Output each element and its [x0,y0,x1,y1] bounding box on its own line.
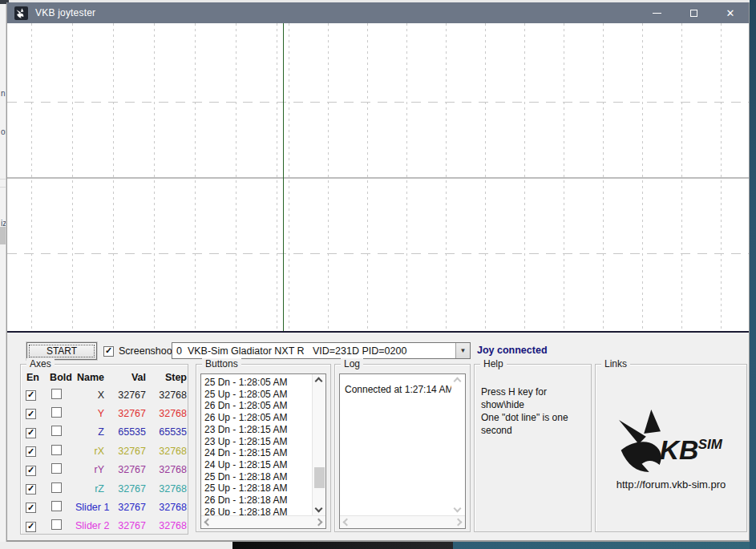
current-time-marker [283,23,284,331]
device-selected-value: 0 VKB-Sim Gladiator NXT R VID=231D PID=0… [172,345,455,357]
scroll-down-icon[interactable] [454,505,462,513]
axis-step: 32768 [146,520,187,531]
scrollbar-thumb[interactable] [314,467,325,488]
help-line: One "dot line" is one second [481,411,591,437]
button-event-item[interactable]: 25 Dn - 1:28:18 AM [204,471,312,483]
axis-step: 32768 [146,390,187,401]
axes-groupbox: Axes En Bold Name Val Step X3276732768Y3… [20,364,188,535]
background-text-fragment: n [1,89,6,98]
start-button[interactable]: START [26,342,97,360]
screenshot-option: Screenshoot [103,345,175,357]
screenshot-checkbox[interactable] [103,346,114,357]
screenshot-label: Screenshoot [119,345,175,357]
scroll-up-icon[interactable] [315,377,323,386]
chevron-down-icon[interactable]: ▼ [455,343,470,358]
axes-row: rZ3276732768 [21,479,188,498]
axis-enable-checkbox[interactable] [21,446,46,458]
axis-bold-checkbox[interactable] [46,445,75,458]
desktop-background-right [750,0,756,549]
axis-value: 32767 [104,408,146,419]
axis-name: Y [75,408,104,419]
axis-enable-checkbox[interactable] [21,520,46,532]
axis-value: 32767 [104,446,146,457]
axis-bold-checkbox[interactable] [46,463,75,476]
axis-name: Slider 2 [75,520,104,531]
minimize-icon [653,13,661,14]
axis-name: Slider 1 [75,502,104,513]
scroll-right-icon[interactable] [315,519,323,527]
status-badge: Joy connected [477,345,548,356]
log-horizontal-scrollbar[interactable] [340,515,465,528]
axes-row: rX3276732768 [21,442,188,460]
buttons-groupbox: Buttons 25 Dn - 1:28:05 AM25 Up - 1:28:0… [196,364,331,532]
scroll-right-icon[interactable] [455,519,463,527]
axis-center-line [7,177,749,179]
log-groupbox: Log Connected at 1:27:14 AM [334,364,471,532]
buttons-listbox[interactable]: 25 Dn - 1:28:05 AM25 Up - 1:28:05 AM26 D… [200,373,326,529]
scroll-up-icon[interactable] [454,377,462,386]
background-window-sliver: n or iz [0,4,6,542]
axes-groupbox-title: Axes [26,358,55,369]
buttons-horizontal-scrollbar[interactable] [201,515,325,528]
close-button[interactable]: ✕ [712,2,749,23]
axis-bold-checkbox[interactable] [46,426,75,438]
axis-grid-line [7,253,749,254]
axis-enable-checkbox[interactable] [21,408,46,420]
axis-name: rX [75,446,104,457]
axes-row: Z6553565535 [21,423,188,442]
button-event-item[interactable]: 23 Up - 1:28:15 AM [204,436,312,448]
buttons-vertical-scrollbar[interactable] [312,374,325,515]
button-event-item[interactable]: 25 Up - 1:28:18 AM [204,482,312,495]
app-icon [14,6,28,20]
scroll-left-icon[interactable] [343,519,351,527]
button-event-item[interactable]: 25 Dn - 1:28:05 AM [204,377,312,389]
buttons-groupbox-title: Buttons [202,358,241,369]
axis-bold-checkbox[interactable] [46,389,75,402]
help-groupbox-title: Help [480,358,507,369]
button-event-item[interactable]: 24 Dn - 1:28:15 AM [204,447,312,459]
scroll-down-icon[interactable] [315,505,323,513]
button-event-item[interactable]: 23 Dn - 1:28:15 AM [204,424,312,436]
button-event-item[interactable]: 26 Up - 1:28:18 AM [204,507,312,515]
links-groupbox: Links KB SIM http://forum.vkb-sim.pro [595,364,747,532]
vkb-sim-logo[interactable]: KB SIM [619,410,723,475]
button-event-item[interactable]: 26 Dn - 1:28:05 AM [204,400,312,412]
header-val: Val [104,372,146,383]
desktop-background-bottom [232,542,453,549]
axis-bold-checkbox[interactable] [46,482,75,495]
scroll-left-icon[interactable] [204,519,212,527]
button-event-item[interactable]: 26 Dn - 1:28:18 AM [204,495,312,507]
axis-enable-checkbox[interactable] [21,464,46,476]
axis-bold-checkbox[interactable] [46,519,75,532]
axis-enable-checkbox[interactable] [21,389,46,401]
maximize-button[interactable] [675,2,712,23]
log-listbox[interactable]: Connected at 1:27:14 AM [339,373,466,529]
axes-row: Slider 23276732768 [21,517,188,535]
axis-value: 65535 [104,426,146,438]
button-event-item[interactable]: 25 Up - 1:28:05 AM [204,389,312,401]
axis-step: 32768 [146,408,187,419]
log-vertical-scrollbar[interactable] [451,374,465,515]
app-window: VKB joytester ✕ START Screenshoot 0 VKB-… [6,2,750,542]
axis-enable-checkbox[interactable] [21,426,46,438]
svg-text:SIM: SIM [698,437,723,452]
axis-step: 32768 [146,483,187,495]
axes-plot-area [7,23,749,333]
axes-row: Y3276732768 [21,404,188,422]
device-select[interactable]: 0 VKB-Sim Gladiator NXT R VID=231D PID=0… [172,342,471,359]
forum-link[interactable]: http://forum.vkb-sim.pro [617,478,726,490]
axis-name: rZ [75,483,104,495]
axis-bold-checkbox[interactable] [46,407,75,420]
background-text-fragment: or [1,127,6,136]
minimize-button[interactable] [638,2,675,23]
vkb-bird-icon [16,8,26,18]
axis-enable-checkbox[interactable] [21,482,46,495]
button-event-item[interactable]: 24 Up - 1:28:15 AM [204,459,312,471]
background-divider [0,187,6,188]
axis-step: 32768 [146,502,187,513]
axis-bold-checkbox[interactable] [46,501,75,514]
button-event-item[interactable]: 26 Up - 1:28:05 AM [204,412,312,424]
titlebar[interactable]: VKB joytester ✕ [7,2,749,23]
axis-name: X [75,390,104,401]
axis-enable-checkbox[interactable] [21,502,46,514]
